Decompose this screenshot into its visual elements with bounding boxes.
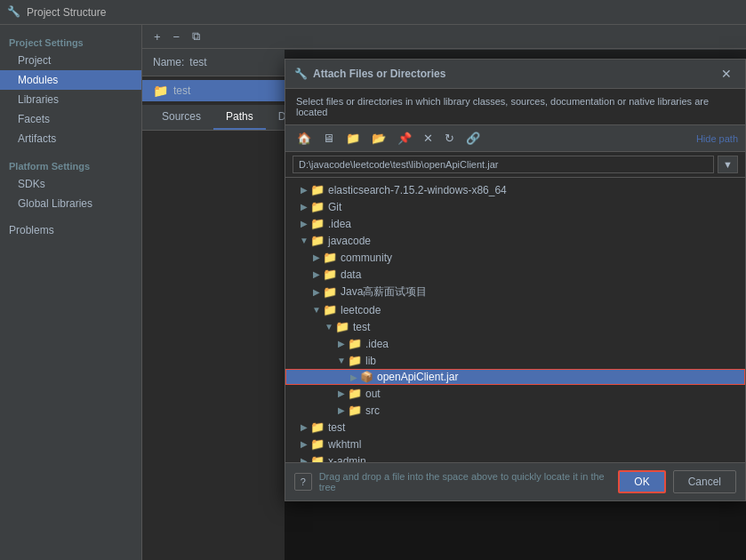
tree-arrow-test-inner: ▼ [323,322,335,332]
content-area: + − ⧉ Name: test 📁 test Sources Paths De… [142,25,746,560]
dialog-toolbar-left: 🏠 🖥 📁 📂 📌 ✕ ↻ 🔗 [293,129,485,148]
tree-item-src[interactable]: ▶ 📁 src [285,402,745,419]
tree-item-data[interactable]: ▶ 📁 data [285,266,745,283]
dialog-desktop-btn[interactable]: 🖥 [318,129,339,148]
name-label: Name: [153,56,184,68]
hide-path-link[interactable]: Hide path [696,133,738,144]
module-toolbar: + − ⧉ [142,25,746,49]
tree-item-git[interactable]: ▶ 📁 Git [285,198,745,215]
folder-icon-lib: 📁 [348,354,362,367]
dialog-new-folder-btn[interactable]: 📂 [367,129,390,148]
tree-label-out: out [365,388,381,400]
dialog-title-icon: 🔧 [294,68,308,80]
tree-item-idea2[interactable]: ▶ 📁 .idea [285,335,745,352]
dialog-close-btn[interactable]: ✕ [717,65,736,83]
ok-btn[interactable]: OK [618,470,665,493]
tree-arrow-data: ▶ [310,269,323,279]
tree-item-elasticsearch[interactable]: ▶ 📁 elasticsearch-7.15.2-windows-x86_64 [285,181,745,198]
path-input[interactable] [293,156,714,173]
dialog-pin-btn[interactable]: 📌 [393,129,416,148]
tree-label-leetcode: leetcode [341,304,381,316]
sidebar: Project Settings Project Modules Librari… [0,25,142,560]
tab-sources[interactable]: Sources [149,105,213,130]
dialog-title: 🔧 Attach Files or Directories [294,68,445,80]
tree-item-openapiclient[interactable]: ▶ 📦 openApiClient.jar [285,369,745,385]
tree-item-out[interactable]: ▶ 📁 out [285,385,745,402]
dialog-link-btn[interactable]: 🔗 [461,129,485,148]
tree-arrow-src: ▶ [335,405,348,415]
sidebar-item-project[interactable]: Project [0,51,141,70]
title-bar-text: Project Structure [27,6,106,19]
sidebar-item-global-libraries[interactable]: Global Libraries [0,194,141,213]
dialog-refresh-btn[interactable]: ↻ [440,129,459,148]
dialog-home-btn[interactable]: 🏠 [293,129,316,148]
tree-arrow-out: ▶ [335,388,348,398]
tab-paths[interactable]: Paths [213,105,266,130]
folder-icon-leetcode: 📁 [323,303,337,316]
help-btn[interactable]: ? [294,473,312,491]
folder-icon-xadmin: 📁 [310,454,325,462]
sidebar-item-problems[interactable]: Problems [0,220,141,240]
sidebar-item-artifacts[interactable]: Artifacts [0,129,141,148]
platform-settings-section: Platform Settings [0,156,141,174]
tree-item-test-inner[interactable]: ▼ 📁 test [285,318,745,335]
main-layout: Project Settings Project Modules Librari… [0,25,746,560]
folder-icon-java-interview: 📁 [323,285,337,299]
tree-arrow-lib: ▼ [335,356,348,365]
file-tree[interactable]: ▶ 📁 elasticsearch-7.15.2-windows-x86_64 … [285,178,745,462]
folder-icon-wkhtml: 📁 [310,437,325,451]
tree-label-test-top: test [328,421,345,434]
tree-label-test-inner: test [353,321,370,333]
folder-icon-out: 📁 [348,387,362,400]
tree-item-lib[interactable]: ▼ 📁 lib [285,352,745,369]
module-folder-icon: 📁 [153,84,168,98]
tree-item-idea[interactable]: ▶ 📁 .idea [285,215,745,232]
module-list-item-label: test [173,84,190,97]
add-module-btn[interactable]: + [149,28,165,46]
tree-label-idea: .idea [328,218,351,230]
dialog-title-text: Attach Files or Directories [313,68,445,80]
dialog-toolbar: 🏠 🖥 📁 📂 📌 ✕ ↻ 🔗 Hide path [285,125,745,152]
tree-item-java-interview[interactable]: ▶ 📁 Java高薪面试项目 [285,283,745,301]
dialog-footer-hint: Drag and drop a file into the space abov… [319,471,619,492]
tree-arrow-git: ▶ [298,202,310,212]
dialog-description: Select files or directories in which lib… [285,89,745,125]
project-settings-section: Project Settings [0,32,141,51]
tree-item-javacode[interactable]: ▼ 📁 javacode [285,232,745,249]
remove-module-btn[interactable]: − [169,28,185,46]
tree-arrow-xadmin: ▶ [298,456,310,462]
dialog-delete-btn[interactable]: ✕ [419,129,437,148]
sidebar-item-libraries[interactable]: Libraries [0,90,141,109]
sidebar-item-facets[interactable]: Facets [0,109,141,129]
tree-arrow-leetcode: ▼ [310,305,323,315]
tree-item-wkhtml[interactable]: ▶ 📁 wkhtml [285,436,745,452]
tree-label-lib: lib [365,355,376,367]
tree-label-git: Git [328,201,341,213]
attach-files-dialog: 🔧 Attach Files or Directories ✕ Select f… [285,59,746,501]
sidebar-item-sdks[interactable]: SDKs [0,174,141,194]
tree-label-javacode: javacode [328,235,371,247]
tree-item-leetcode[interactable]: ▼ 📁 leetcode [285,301,745,318]
tree-label-wkhtml: wkhtml [328,438,361,451]
tree-arrow-community: ▶ [310,252,323,262]
folder-icon-data: 📁 [323,268,337,281]
path-dropdown-btn[interactable]: ▼ [718,156,738,173]
tree-item-xadmin[interactable]: ▶ 📁 x-admin [285,452,745,462]
sidebar-item-modules[interactable]: Modules [0,70,141,90]
cancel-btn[interactable]: Cancel [673,470,736,493]
tree-item-community[interactable]: ▶ 📁 community [285,249,745,266]
tree-label-openapiclient: openApiClient.jar [377,371,458,383]
dialog-title-bar: 🔧 Attach Files or Directories ✕ [285,60,745,89]
tree-item-test-top[interactable]: ▶ 📁 test [285,419,745,436]
folder-icon-test-top: 📁 [310,420,325,434]
tree-label-elasticsearch: elasticsearch-7.15.2-windows-x86_64 [328,184,507,196]
dialog-footer: ? Drag and drop a file into the space ab… [285,462,745,500]
folder-icon-community: 📁 [323,251,337,264]
copy-module-btn[interactable]: ⧉ [188,27,205,46]
dialog-folder-btn[interactable]: 📁 [341,129,365,148]
app-icon: 🔧 [7,5,21,20]
folder-icon-test-inner: 📁 [335,320,349,333]
folder-icon-idea: 📁 [310,217,325,230]
tree-arrow-idea: ▶ [298,219,310,228]
tree-arrow-elasticsearch: ▶ [298,185,310,195]
